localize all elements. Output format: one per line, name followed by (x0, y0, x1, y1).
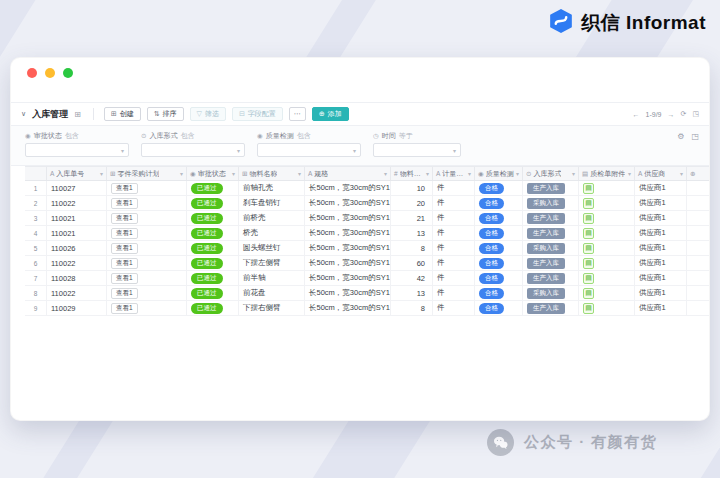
attachment-file-icon[interactable]: ▤ (583, 303, 594, 314)
table-row-9[interactable]: 9110029查看1已通过下摆右侧臂长50cm，宽30cm的SY18件合格生产入… (25, 301, 710, 316)
attachment-file-icon[interactable]: ▤ (583, 228, 594, 239)
filter-value-input[interactable]: ▾ (25, 143, 129, 157)
column-menu-icon[interactable]: ▾ (384, 170, 387, 177)
attachment-file-icon[interactable]: ▤ (583, 288, 594, 299)
filter-value-input[interactable]: ▾ (141, 143, 245, 157)
minimize-window-button[interactable] (45, 68, 55, 78)
table-row-1[interactable]: 1110027查看1已通过前轴孔壳长50cm，宽30cm的SY110件合格生产入… (25, 181, 710, 196)
column-header-has_attachment[interactable]: ▤质检单附件▾ (579, 167, 635, 180)
view-record-button[interactable]: 查看1 (111, 303, 138, 314)
column-menu-icon[interactable]: ▾ (516, 170, 519, 177)
column-menu-icon[interactable]: ▾ (572, 170, 575, 177)
view-record-button[interactable]: 查看1 (111, 273, 138, 284)
column-menu-icon[interactable]: ▾ (298, 170, 301, 177)
column-label: 审批状态 (198, 169, 226, 179)
cell-index: 6 (25, 256, 47, 270)
entry-type-badge: 采购入库 (527, 243, 565, 254)
table-row-4[interactable]: 4110021查看1已通过桥壳长50cm，宽30cm的SY113件合格生产入库▤… (25, 226, 710, 241)
filter-value-input[interactable]: ▾ (373, 143, 461, 157)
view-record-button[interactable]: 查看1 (111, 183, 138, 194)
column-header-spec[interactable]: A规格▾ (305, 167, 391, 180)
view-record-button[interactable]: 查看1 (111, 228, 138, 239)
attachment-file-icon[interactable]: ▤ (583, 258, 594, 269)
column-label: 入库形式 (533, 169, 561, 179)
filter-operator[interactable]: 等于 (399, 131, 413, 141)
entry-type-badge: 生产入库 (527, 303, 565, 314)
table-row-2[interactable]: 2110022查看1已通过刹车盘销钉长50cm，宽30cm的SY120件合格采购… (25, 196, 710, 211)
column-header-plan[interactable]: ⊞零件采购计划▾ (107, 167, 187, 180)
cell-spec: 长50cm，宽30cm的SY1 (305, 226, 391, 240)
filter-label: ⊙入库形式包含 (141, 130, 245, 141)
table-row-5[interactable]: 5110026查看1已通过圆头螺丝钉长50cm，宽30cm的SY18件合格采购入… (25, 241, 710, 256)
refresh-icon[interactable]: ⟳ (681, 110, 687, 118)
column-label: 质量检测 (486, 169, 514, 179)
view-record-button[interactable]: 查看1 (111, 258, 138, 269)
cell-entry_type: 生产入库 (523, 181, 579, 195)
attachment-file-icon[interactable]: ▤ (583, 183, 594, 194)
column-menu-icon[interactable]: ▾ (232, 170, 235, 177)
column-header-stub[interactable]: ⊕ (687, 167, 710, 180)
filter-operator[interactable]: 包含 (297, 131, 311, 141)
filter-bar: ◉审批状态包含▾⊙入库形式包含▾◉质量检测包含▾◷时间等于▾ ⚙ ◳ (11, 126, 709, 166)
column-header-entry_type[interactable]: ⊙入库形式▾ (523, 167, 579, 180)
brand-name: 织信 Informat (581, 10, 706, 36)
quality-status-badge: 合格 (479, 243, 504, 254)
gear-icon[interactable]: ⚙ (677, 132, 684, 141)
cell-spec: 长50cm，宽30cm的SY1 (305, 271, 391, 285)
cell-stub (687, 256, 710, 270)
cell-entry_type: 生产入库 (523, 256, 579, 270)
column-header-order_no[interactable]: A入库单号▾ (47, 167, 107, 180)
column-menu-icon[interactable]: ▾ (180, 170, 183, 177)
table-row-8[interactable]: 8110022查看1已通过前花盘长50cm，宽30cm的SY113件合格采购入库… (25, 286, 710, 301)
cell-spec: 长50cm，宽30cm的SY1 (305, 256, 391, 270)
column-menu-icon[interactable]: ▾ (426, 170, 429, 177)
column-menu-icon[interactable]: ▾ (100, 170, 103, 177)
attachment-file-icon[interactable]: ▤ (583, 243, 594, 254)
filter-value-input[interactable]: ▾ (257, 143, 361, 157)
cell-quality: 合格 (475, 226, 523, 240)
view-record-button[interactable]: 查看1 (111, 198, 138, 209)
approval-status-badge: 已通过 (191, 243, 223, 254)
table-row-7[interactable]: 7110028查看1已通过前半轴长50cm，宽30cm的SY142件合格生产入库… (25, 271, 710, 286)
column-header-approval[interactable]: ◉审批状态▾ (187, 167, 239, 180)
attachment-file-icon[interactable]: ▤ (583, 213, 594, 224)
view-record-button[interactable]: 查看1 (111, 243, 138, 254)
view-record-button[interactable]: 查看1 (111, 288, 138, 299)
sort-button[interactable]: ⇅ 排序 (147, 107, 184, 121)
column-header-unit[interactable]: A计量单位▾ (433, 167, 475, 180)
field-config-button[interactable]: ⊟ 字段配置 (232, 107, 283, 121)
attachment-file-icon[interactable]: ▤ (583, 273, 594, 284)
view-grid-icon[interactable]: ⊞ (74, 110, 81, 119)
table-row-6[interactable]: 6110022查看1已通过下摆左侧臂长50cm，宽30cm的SY160件合格生产… (25, 256, 710, 271)
filter-group: ◉质量检测包含▾ (257, 130, 361, 157)
chevron-down-icon[interactable]: ∨ (21, 110, 26, 118)
filter-button[interactable]: ▽ 筛选 (190, 107, 226, 121)
column-menu-icon[interactable]: ▾ (468, 170, 471, 177)
column-label: 质检单附件 (590, 169, 625, 179)
cell-plan: 查看1 (107, 196, 187, 210)
maximize-window-button[interactable] (63, 68, 73, 78)
sort-arrows-icon: ⇅ (154, 110, 160, 118)
layout-icon[interactable]: ◳ (691, 132, 699, 141)
column-header-quality[interactable]: ◉质量检测▾ (475, 167, 523, 180)
expand-icon[interactable]: ◳ (692, 110, 699, 118)
add-record-button[interactable]: ⊕ 添加 (312, 107, 349, 121)
close-window-button[interactable] (27, 68, 37, 78)
view-record-button[interactable]: 查看1 (111, 213, 138, 224)
column-header-material[interactable]: ⊞物料名称▾ (239, 167, 305, 180)
filter-operator[interactable]: 包含 (180, 131, 194, 141)
table-row-3[interactable]: 3110021查看1已通过前桥壳长50cm，宽30cm的SY121件合格生产入库… (25, 211, 710, 226)
filter-operator[interactable]: 包含 (65, 131, 79, 141)
cell-stub (687, 196, 710, 210)
column-header-supplier[interactable]: A供应商▾ (635, 167, 687, 180)
more-actions-button[interactable]: ⋯ (289, 107, 306, 121)
create-button[interactable]: ⊞ 创建 (104, 107, 141, 121)
column-header-qty[interactable]: #物料数量▾ (391, 167, 433, 180)
cell-has_attachment: ▤ (579, 286, 635, 300)
attachment-file-icon[interactable]: ▤ (583, 198, 594, 209)
next-page-arrow[interactable]: → (668, 111, 675, 118)
cell-stub (687, 211, 710, 225)
column-menu-icon[interactable]: ▾ (628, 170, 631, 177)
column-menu-icon[interactable]: ▾ (680, 170, 683, 177)
prev-page-arrow[interactable]: ← (633, 111, 640, 118)
